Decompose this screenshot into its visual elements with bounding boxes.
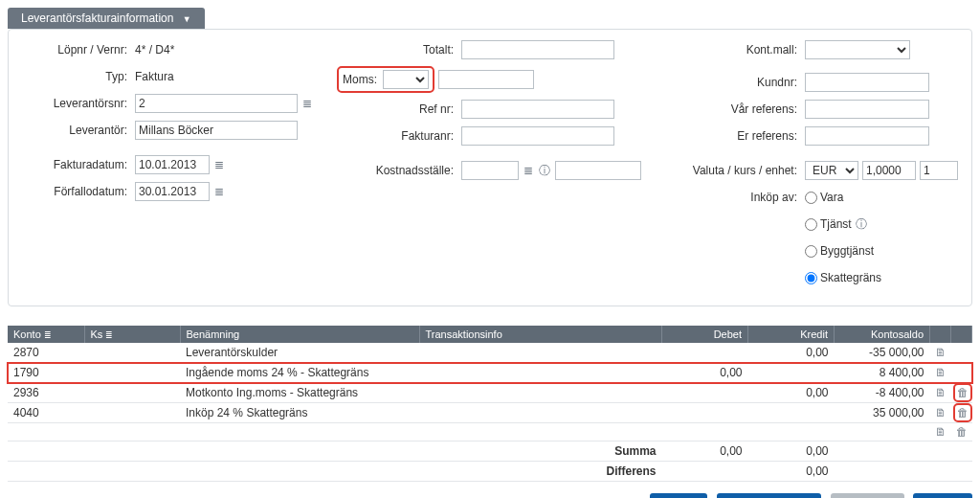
radio-vara[interactable]: Vara: [805, 191, 843, 204]
totalt-input[interactable]: [461, 40, 614, 59]
avbryt-button[interactable]: Avbryt: [913, 493, 972, 498]
cell-trans: [419, 403, 662, 423]
moms-select[interactable]: [383, 70, 429, 89]
totalt-label: Totalt:: [337, 43, 461, 57]
kontmall-label: Kont.mall:: [680, 43, 805, 57]
summa-label: Summa: [419, 441, 662, 462]
table-row[interactable]: 2870Leverantörskulder0,00-35 000,00🗎: [8, 343, 972, 363]
moms-amount-input[interactable]: [438, 70, 534, 89]
cell-kredit: [748, 423, 835, 441]
calendar-icon[interactable]: ≣: [212, 158, 226, 171]
col-doc: [930, 326, 951, 343]
differens-label: Differens: [419, 462, 662, 482]
form-panel: Löpnr / Vernr: 4* / D4* Typ: Faktura Lev…: [8, 29, 972, 306]
cell-saldo: 35 000,00: [835, 403, 930, 423]
radio-bygg[interactable]: Byggtjänst: [805, 244, 874, 258]
summa-debet: 0,00: [662, 441, 748, 462]
table-row[interactable]: 4040Inköp 24 % Skattegräns35 000,00🗎🗑: [8, 403, 972, 423]
info-icon[interactable]: ⓘ: [538, 164, 551, 177]
lopnr-value: 4* / D4*: [135, 43, 174, 57]
typ-label: Typ:: [22, 70, 135, 83]
list-icon[interactable]: ≣: [522, 164, 535, 177]
varref-input[interactable]: [805, 100, 929, 119]
table-row[interactable]: 2936Motkonto Ing.moms - Skattegräns0,00-…: [8, 383, 972, 403]
cell-trans: [419, 363, 662, 383]
col-saldo[interactable]: Kontosaldo: [835, 326, 930, 343]
valuta-label: Valuta / kurs / enhet:: [680, 164, 805, 177]
summa-kredit: 0,00: [748, 441, 835, 462]
cell-trans: [419, 343, 662, 363]
lopnr-label: Löpnr / Vernr:: [22, 43, 135, 57]
varref-label: Vår referens:: [680, 102, 805, 116]
cell-saldo: -35 000,00: [835, 343, 930, 363]
ledger-grid: Konto ≣ Ks ≣ Benämning Transaktionsinfo …: [8, 326, 972, 482]
col-benamning[interactable]: Benämning: [180, 326, 419, 343]
calendar-icon[interactable]: ≣: [212, 185, 226, 198]
trash-icon[interactable]: 🗑: [956, 386, 969, 399]
col-trash: [951, 326, 972, 343]
cell-benamning: [180, 423, 419, 441]
list-icon[interactable]: ≣: [301, 97, 314, 110]
col-ks[interactable]: Ks ≣: [84, 326, 180, 343]
kurs-input[interactable]: [862, 161, 916, 180]
trash-icon[interactable]: 🗑: [955, 425, 969, 439]
cell-debet: [662, 383, 748, 403]
spara-bokfor-button[interactable]: Spara & Bokför: [717, 493, 821, 498]
button-bar: Spara Spara & Bokför Makulera Avbryt: [8, 493, 972, 498]
radio-skatt[interactable]: Skattegräns: [805, 271, 881, 284]
refnr-input[interactable]: [461, 100, 614, 119]
kostnad-desc-input[interactable]: [555, 161, 641, 180]
spara-button[interactable]: Spara: [650, 493, 707, 498]
table-row[interactable]: 1790Ingående moms 24 % - Skattegräns0,00…: [8, 363, 972, 383]
header-tab[interactable]: Leverantörsfakturainformation ▼: [8, 8, 205, 29]
kundnr-input[interactable]: [805, 73, 929, 92]
col-trans[interactable]: Transaktionsinfo: [419, 326, 662, 343]
col-kredit[interactable]: Kredit: [748, 326, 835, 343]
erref-label: Er referens:: [680, 129, 805, 143]
info-icon[interactable]: ⓘ: [855, 217, 868, 231]
trash-icon[interactable]: 🗑: [956, 406, 969, 419]
moms-label: Moms:: [343, 73, 383, 86]
forfallo-input[interactable]: [135, 182, 210, 201]
inkop-label: Inköp av:: [680, 191, 805, 204]
faktdatum-input[interactable]: [135, 155, 210, 174]
col-konto[interactable]: Konto ≣: [8, 326, 84, 343]
document-icon[interactable]: 🗎: [934, 386, 947, 399]
col-debet[interactable]: Debet: [662, 326, 748, 343]
forfallo-label: Förfallodatum:: [22, 185, 135, 198]
makulera-button[interactable]: Makulera: [831, 493, 904, 498]
fakturanr-input[interactable]: [461, 126, 614, 146]
kontmall-select[interactable]: [805, 40, 910, 59]
document-icon[interactable]: 🗎: [934, 346, 947, 359]
cell-benamning: Ingående moms 24 % - Skattegräns: [180, 363, 419, 383]
document-icon[interactable]: 🗎: [934, 366, 947, 379]
cell-debet: [662, 403, 748, 423]
cell-kredit: 0,00: [748, 343, 835, 363]
cell-ks: [84, 363, 180, 383]
differens-row: Differens 0,00: [8, 462, 972, 482]
document-icon[interactable]: 🗎: [934, 425, 947, 439]
levnr-label: Leverantörsnr:: [22, 97, 135, 110]
document-icon[interactable]: 🗎: [934, 406, 947, 419]
moms-highlight: Moms:: [337, 66, 434, 93]
cell-konto: [8, 423, 84, 441]
cell-trans: [419, 423, 662, 441]
cell-konto: 4040: [8, 403, 84, 423]
fakturanr-label: Fakturanr:: [337, 129, 461, 143]
grid-header-row: Konto ≣ Ks ≣ Benämning Transaktionsinfo …: [8, 326, 972, 343]
erref-input[interactable]: [805, 126, 929, 146]
radio-tjanst[interactable]: Tjänst: [805, 217, 852, 231]
cell-debet: 0,00: [662, 363, 748, 383]
enhet-input[interactable]: [920, 161, 958, 180]
valuta-select[interactable]: EUR: [805, 161, 858, 180]
levnr-input[interactable]: [135, 94, 298, 113]
cell-debet: [662, 423, 748, 441]
cell-ks: [84, 423, 180, 441]
table-row[interactable]: 🗎🗑: [8, 423, 972, 441]
lev-input[interactable]: [135, 121, 298, 140]
lev-label: Leverantör:: [22, 124, 135, 137]
cell-konto: 2936: [8, 383, 84, 403]
cell-benamning: Motkonto Ing.moms - Skattegräns: [180, 383, 419, 403]
kostnad-input[interactable]: [461, 161, 519, 180]
cell-benamning: Inköp 24 % Skattegräns: [180, 403, 419, 423]
